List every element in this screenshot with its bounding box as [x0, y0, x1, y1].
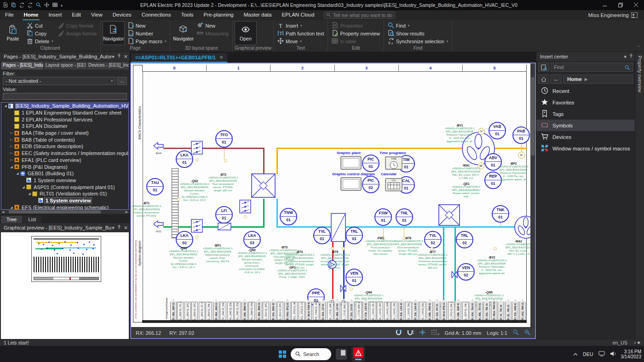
synchronize-selection-button[interactable]: Synchronize selection▾ [386, 37, 450, 45]
ribbon-collapse-icon[interactable]: ⌃ [637, 45, 640, 50]
function-tag[interactable]: SCL_BTQ 01_MW_01 [291, 302, 298, 320]
insert-center-find-input[interactable]: Find [551, 63, 633, 72]
function-tag[interactable]: FI_ABL_REP 01 [455, 299, 461, 320]
center-icon[interactable] [420, 329, 426, 336]
number-button[interactable]: 123Number [126, 29, 168, 37]
tree-expander-icon[interactable]: ◢ [3, 104, 8, 108]
function-tag[interactable]: SL_LKA 02_BM_01 [405, 302, 412, 320]
instrument-bubble-ven01[interactable]: VEN01 [345, 269, 363, 286]
navigator-button[interactable]: Navigator [172, 21, 194, 45]
document-tab[interactable]: ==ASP01=RLT01++GEB01&PFB/1 ✕ [131, 53, 227, 63]
move-button[interactable]: Move▾ [276, 37, 326, 45]
menu-tab-insert[interactable]: Insert [43, 10, 67, 20]
pin-icon[interactable] [117, 54, 121, 59]
tree-item[interactable]: ◢&EFS (Electrical engineering schematic) [1, 204, 128, 210]
tree-item[interactable]: ◢GEB01 (Building 01) [1, 170, 128, 177]
tree-expander-icon[interactable]: ▷ [9, 144, 14, 148]
new-page-icon[interactable] [3, 2, 8, 8]
instrument-bubble-lka01[interactable]: LKA01 [176, 150, 193, 168]
function-tag[interactable]: FI_WLH_FSW 01 [305, 299, 312, 320]
insert-center-pin-icon[interactable] [629, 54, 633, 59]
redo-list-icon[interactable] [44, 2, 50, 8]
snap-grid-icon[interactable] [407, 329, 414, 336]
function-tag[interactable]: FI_RL_TRL 01 [505, 299, 512, 320]
instrument-bubble-tnl01[interactable]: TNL01 [396, 208, 413, 226]
preview-pin-icon[interactable] [117, 225, 121, 230]
insert-center-menu-icon[interactable]: ▾ [624, 54, 627, 60]
zoom-in-icon[interactable] [524, 329, 530, 336]
user-account[interactable]: Miss Engineering [588, 12, 644, 18]
navigator-tab-1[interactable]: Layout space - [EES]_... [44, 62, 86, 69]
tray-clock[interactable]: 3:16 PM 3/14/2023 [621, 349, 642, 359]
filter-more-button[interactable]: ... [117, 77, 127, 85]
navigator-button[interactable]: Navigator [103, 21, 125, 45]
tree-item[interactable]: 1 System overview [1, 177, 128, 184]
panel-close-icon[interactable]: ✕ [124, 54, 128, 60]
function-tag[interactable]: FI_ANL_BMA 01 [242, 299, 248, 320]
function-tag[interactable]: FI_VL_TVL 01 [498, 299, 504, 320]
close-button[interactable] [628, 0, 644, 10]
grid-toggle-icon[interactable]: ▾ [431, 329, 439, 336]
function-tag[interactable]: IL_LFI 02_WM_01 [341, 302, 348, 320]
function-tag[interactable]: SCL_BTQ 01_CO2_01 [299, 302, 305, 320]
tree-item[interactable]: ▷&EDB (Structure description) [1, 143, 128, 150]
function-tag[interactable]: FI_ABL_BSK 01 [256, 299, 262, 320]
function-tag[interactable]: SL_LKA 01_BM_01 [377, 302, 383, 320]
function-tag[interactable]: FI_FOL_LKA 01 [362, 299, 369, 320]
insert-button[interactable]: TInsert▾ [276, 22, 326, 29]
instrument-bubble-lka02[interactable]: LKA02 [176, 231, 193, 248]
instrument-bubble-pic02[interactable]: PIC02 [362, 176, 380, 193]
function-tag[interactable]: FI_ANL_ANS 01 [213, 299, 219, 320]
function-tag[interactable]: IL_ABV 01_FR_01 [177, 302, 184, 320]
tree-item[interactable]: ◢&PFB (P&I Diagrams) [1, 163, 128, 170]
tree-expander-icon[interactable]: ◢ [21, 185, 26, 189]
paste-button[interactable]: Paste [2, 21, 24, 45]
back-icon[interactable]: ← [551, 75, 562, 84]
insert-center-item-recent[interactable]: Recent [536, 85, 635, 97]
tree-expander-icon[interactable]: ▷ [9, 138, 14, 142]
tree-expander-icon[interactable]: ▷ [9, 131, 14, 135]
function-tag[interactable]: IL_ABV 01_ST_01 [199, 302, 205, 320]
tree-item[interactable]: 2 EPLAN Professional Services [1, 116, 128, 123]
function-tag[interactable]: FI_ZUL_LFI 03 [348, 299, 355, 320]
new-button[interactable]: New [195, 22, 230, 29]
more-icon[interactable]: ▾ [61, 2, 63, 8]
breadcrumb[interactable]: Home ▶ [563, 75, 633, 84]
function-tag[interactable]: FI_AUL_LFI 01 [320, 299, 326, 320]
tree-expander-icon[interactable]: ◢ [9, 165, 14, 169]
home-icon[interactable] [538, 75, 549, 84]
function-tag[interactable]: IL_BSK 01_BPE_01 [263, 302, 269, 320]
tree-item[interactable]: 3 EPLAN Disclaimer [1, 123, 128, 130]
menu-tab-file[interactable]: File [0, 10, 19, 20]
function-tag[interactable]: FI_ZUL_BSK 02 [270, 299, 276, 320]
instrument-bubble-fsw01[interactable]: FSW01 [374, 208, 392, 226]
function-tag[interactable]: FI_AUL_LKA 02 [398, 299, 405, 320]
menu-tab-pre-planning[interactable]: Pre-planning [199, 10, 239, 20]
function-tag[interactable]: FI_ZUL_PIC 01 [434, 299, 440, 320]
eplan-taskbar-button[interactable] [351, 346, 365, 362]
form-icon[interactable] [52, 2, 58, 8]
start-button[interactable] [279, 351, 286, 358]
menu-tab-tools[interactable]: Tools [176, 10, 199, 20]
instrument-bubble-trl02[interactable]: TRL02 [456, 231, 473, 248]
function-tag[interactable]: FI_WLH_PPE 01 [441, 299, 447, 320]
tree-item[interactable]: ◢[EES]_Industry_Sample_Building_Automati… [1, 103, 128, 109]
function-tag[interactable]: FI_ABL_ABV 01 [170, 299, 177, 320]
tray-volume-icon[interactable] [610, 351, 616, 357]
property-overview-tab[interactable]: Property overview [637, 56, 642, 92]
tree-expander-icon[interactable]: ◢ [9, 206, 14, 209]
canvas-vscrollbar[interactable] [530, 63, 535, 327]
preview-menu-icon[interactable]: ▾ [112, 225, 115, 231]
instrument-bubble-lfi01[interactable]: LFI01 [215, 206, 233, 224]
function-tag[interactable]: FI_WLH_TNW 01 [491, 299, 497, 320]
insert-center-item-window[interactable]: Window macros / symbol macros [536, 143, 635, 154]
navigator-tab-0[interactable]: Pages - [EES]_Industr... [1, 62, 43, 69]
function-tag[interactable]: FI_ZUL_VAB 01 [512, 299, 518, 320]
tray-network-icon[interactable] [598, 351, 605, 357]
tree-expander-icon[interactable]: ▷ [9, 158, 14, 162]
function-tag[interactable]: FI_ZUL_TNL 01 [483, 299, 490, 320]
tree-item[interactable]: ▷&BAB (Table of contents) [1, 136, 128, 143]
function-tag[interactable]: SL_LKA 01_SB_01 [370, 302, 376, 320]
tree-hscrollbar[interactable]: ◀▶ [1, 210, 129, 214]
schematic-canvas[interactable]: 012345BACS CharacteristicsSystem diagram… [131, 63, 530, 327]
